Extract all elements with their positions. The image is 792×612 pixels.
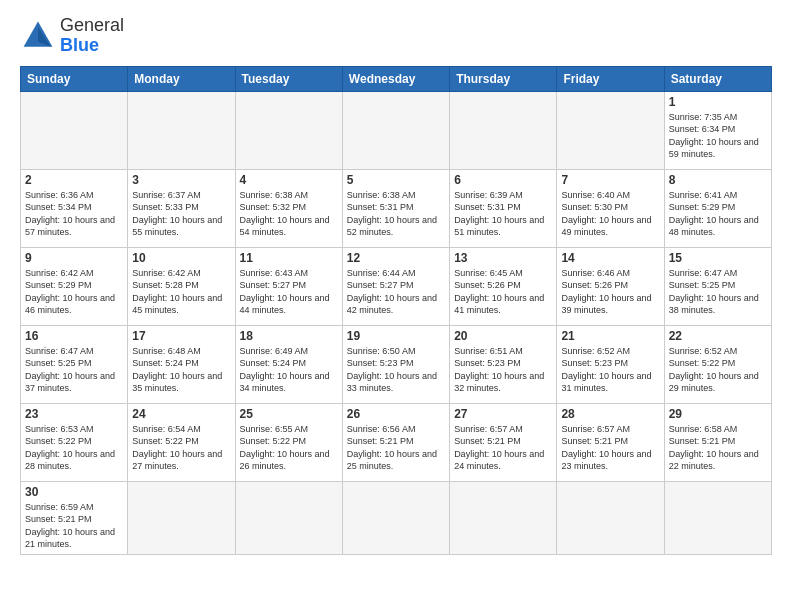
day-info: Sunrise: 6:56 AM Sunset: 5:21 PM Dayligh… [347, 423, 445, 473]
day-cell: 27Sunrise: 6:57 AM Sunset: 5:21 PM Dayli… [450, 403, 557, 481]
day-number: 10 [132, 251, 230, 265]
day-number: 15 [669, 251, 767, 265]
day-cell: 19Sunrise: 6:50 AM Sunset: 5:23 PM Dayli… [342, 325, 449, 403]
logo-text: General Blue [60, 16, 124, 56]
weekday-header-row: SundayMondayTuesdayWednesdayThursdayFrid… [21, 66, 772, 91]
day-cell [128, 91, 235, 169]
day-cell: 20Sunrise: 6:51 AM Sunset: 5:23 PM Dayli… [450, 325, 557, 403]
day-cell [342, 91, 449, 169]
day-info: Sunrise: 6:37 AM Sunset: 5:33 PM Dayligh… [132, 189, 230, 239]
day-cell: 17Sunrise: 6:48 AM Sunset: 5:24 PM Dayli… [128, 325, 235, 403]
day-number: 2 [25, 173, 123, 187]
logo: General Blue [20, 16, 124, 56]
day-number: 20 [454, 329, 552, 343]
day-cell: 6Sunrise: 6:39 AM Sunset: 5:31 PM Daylig… [450, 169, 557, 247]
day-cell: 24Sunrise: 6:54 AM Sunset: 5:22 PM Dayli… [128, 403, 235, 481]
day-cell: 5Sunrise: 6:38 AM Sunset: 5:31 PM Daylig… [342, 169, 449, 247]
weekday-header-monday: Monday [128, 66, 235, 91]
day-number: 24 [132, 407, 230, 421]
day-number: 12 [347, 251, 445, 265]
day-cell [342, 481, 449, 554]
week-row-3: 16Sunrise: 6:47 AM Sunset: 5:25 PM Dayli… [21, 325, 772, 403]
day-cell: 15Sunrise: 6:47 AM Sunset: 5:25 PM Dayli… [664, 247, 771, 325]
day-cell: 29Sunrise: 6:58 AM Sunset: 5:21 PM Dayli… [664, 403, 771, 481]
weekday-header-saturday: Saturday [664, 66, 771, 91]
day-cell: 30Sunrise: 6:59 AM Sunset: 5:21 PM Dayli… [21, 481, 128, 554]
day-cell: 2Sunrise: 6:36 AM Sunset: 5:34 PM Daylig… [21, 169, 128, 247]
day-info: Sunrise: 6:54 AM Sunset: 5:22 PM Dayligh… [132, 423, 230, 473]
day-cell: 22Sunrise: 6:52 AM Sunset: 5:22 PM Dayli… [664, 325, 771, 403]
day-info: Sunrise: 6:52 AM Sunset: 5:22 PM Dayligh… [669, 345, 767, 395]
day-info: Sunrise: 6:36 AM Sunset: 5:34 PM Dayligh… [25, 189, 123, 239]
day-number: 11 [240, 251, 338, 265]
day-info: Sunrise: 6:40 AM Sunset: 5:30 PM Dayligh… [561, 189, 659, 239]
day-info: Sunrise: 6:45 AM Sunset: 5:26 PM Dayligh… [454, 267, 552, 317]
day-info: Sunrise: 6:42 AM Sunset: 5:29 PM Dayligh… [25, 267, 123, 317]
day-cell: 26Sunrise: 6:56 AM Sunset: 5:21 PM Dayli… [342, 403, 449, 481]
day-number: 1 [669, 95, 767, 109]
weekday-header-thursday: Thursday [450, 66, 557, 91]
day-number: 22 [669, 329, 767, 343]
day-number: 21 [561, 329, 659, 343]
day-cell [664, 481, 771, 554]
day-cell [235, 91, 342, 169]
day-cell [557, 91, 664, 169]
day-number: 30 [25, 485, 123, 499]
day-number: 16 [25, 329, 123, 343]
day-number: 18 [240, 329, 338, 343]
day-info: Sunrise: 6:38 AM Sunset: 5:31 PM Dayligh… [347, 189, 445, 239]
day-number: 6 [454, 173, 552, 187]
weekday-header-wednesday: Wednesday [342, 66, 449, 91]
day-info: Sunrise: 6:43 AM Sunset: 5:27 PM Dayligh… [240, 267, 338, 317]
day-cell [128, 481, 235, 554]
day-number: 25 [240, 407, 338, 421]
week-row-2: 9Sunrise: 6:42 AM Sunset: 5:29 PM Daylig… [21, 247, 772, 325]
day-cell: 10Sunrise: 6:42 AM Sunset: 5:28 PM Dayli… [128, 247, 235, 325]
day-number: 29 [669, 407, 767, 421]
day-cell [21, 91, 128, 169]
day-info: Sunrise: 6:44 AM Sunset: 5:27 PM Dayligh… [347, 267, 445, 317]
day-info: Sunrise: 6:49 AM Sunset: 5:24 PM Dayligh… [240, 345, 338, 395]
logo-icon [20, 18, 56, 54]
day-number: 5 [347, 173, 445, 187]
day-cell: 21Sunrise: 6:52 AM Sunset: 5:23 PM Dayli… [557, 325, 664, 403]
day-info: Sunrise: 6:52 AM Sunset: 5:23 PM Dayligh… [561, 345, 659, 395]
day-number: 4 [240, 173, 338, 187]
day-cell [557, 481, 664, 554]
day-cell: 13Sunrise: 6:45 AM Sunset: 5:26 PM Dayli… [450, 247, 557, 325]
day-number: 3 [132, 173, 230, 187]
day-cell [235, 481, 342, 554]
weekday-header-tuesday: Tuesday [235, 66, 342, 91]
day-info: Sunrise: 6:48 AM Sunset: 5:24 PM Dayligh… [132, 345, 230, 395]
header: General Blue [20, 16, 772, 56]
day-info: Sunrise: 6:55 AM Sunset: 5:22 PM Dayligh… [240, 423, 338, 473]
day-cell: 25Sunrise: 6:55 AM Sunset: 5:22 PM Dayli… [235, 403, 342, 481]
day-cell: 4Sunrise: 6:38 AM Sunset: 5:32 PM Daylig… [235, 169, 342, 247]
day-cell: 28Sunrise: 6:57 AM Sunset: 5:21 PM Dayli… [557, 403, 664, 481]
week-row-4: 23Sunrise: 6:53 AM Sunset: 5:22 PM Dayli… [21, 403, 772, 481]
day-info: Sunrise: 6:46 AM Sunset: 5:26 PM Dayligh… [561, 267, 659, 317]
day-cell: 11Sunrise: 6:43 AM Sunset: 5:27 PM Dayli… [235, 247, 342, 325]
day-number: 26 [347, 407, 445, 421]
weekday-header-friday: Friday [557, 66, 664, 91]
week-row-0: 1Sunrise: 7:35 AM Sunset: 6:34 PM Daylig… [21, 91, 772, 169]
day-number: 19 [347, 329, 445, 343]
day-cell: 8Sunrise: 6:41 AM Sunset: 5:29 PM Daylig… [664, 169, 771, 247]
day-info: Sunrise: 6:38 AM Sunset: 5:32 PM Dayligh… [240, 189, 338, 239]
day-number: 13 [454, 251, 552, 265]
day-cell: 12Sunrise: 6:44 AM Sunset: 5:27 PM Dayli… [342, 247, 449, 325]
day-info: Sunrise: 6:51 AM Sunset: 5:23 PM Dayligh… [454, 345, 552, 395]
day-cell: 18Sunrise: 6:49 AM Sunset: 5:24 PM Dayli… [235, 325, 342, 403]
day-number: 28 [561, 407, 659, 421]
day-info: Sunrise: 6:47 AM Sunset: 5:25 PM Dayligh… [25, 345, 123, 395]
day-cell: 14Sunrise: 6:46 AM Sunset: 5:26 PM Dayli… [557, 247, 664, 325]
day-info: Sunrise: 6:41 AM Sunset: 5:29 PM Dayligh… [669, 189, 767, 239]
day-cell [450, 91, 557, 169]
day-cell: 16Sunrise: 6:47 AM Sunset: 5:25 PM Dayli… [21, 325, 128, 403]
day-info: Sunrise: 7:35 AM Sunset: 6:34 PM Dayligh… [669, 111, 767, 161]
day-info: Sunrise: 6:50 AM Sunset: 5:23 PM Dayligh… [347, 345, 445, 395]
page: General Blue SundayMondayTuesdayWednesda… [0, 0, 792, 565]
day-info: Sunrise: 6:42 AM Sunset: 5:28 PM Dayligh… [132, 267, 230, 317]
day-cell: 7Sunrise: 6:40 AM Sunset: 5:30 PM Daylig… [557, 169, 664, 247]
day-info: Sunrise: 6:57 AM Sunset: 5:21 PM Dayligh… [454, 423, 552, 473]
